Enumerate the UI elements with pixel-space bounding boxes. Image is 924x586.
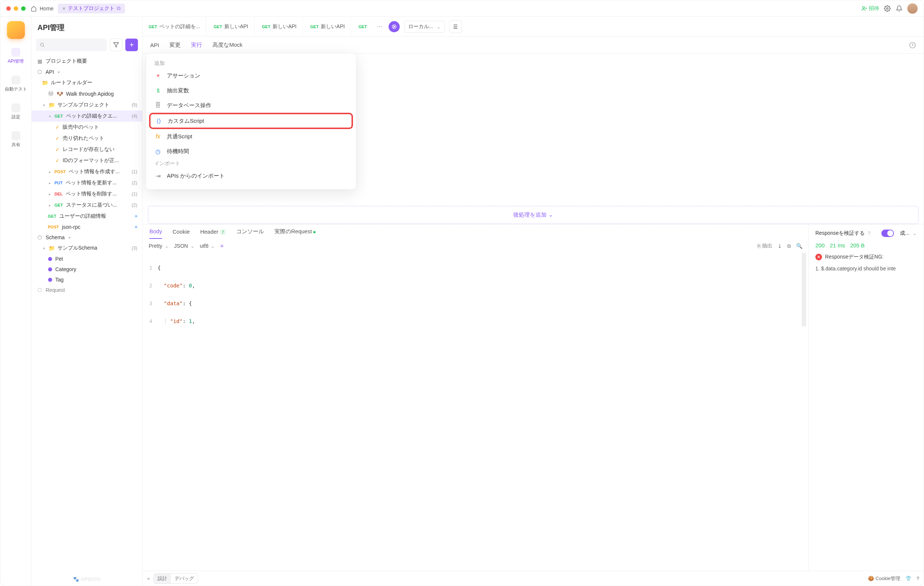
- schema-tag[interactable]: ⬣Tag: [31, 274, 142, 285]
- api-get-user[interactable]: GETユーザーの詳細情報: [31, 211, 142, 222]
- history-icon[interactable]: [909, 41, 916, 49]
- folder-icon: 📁: [49, 245, 54, 251]
- rail-settings[interactable]: 設定: [0, 101, 31, 122]
- avatar[interactable]: [908, 3, 918, 14]
- copy-icon[interactable]: ⧉: [787, 243, 791, 249]
- wrap-icon[interactable]: ≡: [220, 243, 223, 249]
- save-icon[interactable]: ⤓: [777, 243, 782, 249]
- schema-pet[interactable]: ⬣Pet: [31, 254, 142, 264]
- mode-debug[interactable]: デバッグ: [171, 574, 198, 583]
- case-no-record[interactable]: ✓レコードが存在しない: [31, 144, 142, 155]
- run-button[interactable]: [389, 21, 400, 32]
- search-icon[interactable]: 🔍: [796, 243, 802, 249]
- window-controls: [6, 6, 26, 11]
- walk-through[interactable]: Ⓜ🐶Walk through Apidog: [31, 88, 142, 99]
- close-window[interactable]: [6, 6, 11, 11]
- item-wait[interactable]: ◷待機時間: [149, 144, 353, 159]
- filter-button[interactable]: [110, 39, 122, 51]
- mode-segment[interactable]: 設計 デバッグ: [153, 573, 198, 584]
- cube-icon: ⬣: [48, 266, 52, 272]
- subtab-run[interactable]: 実行: [191, 38, 202, 52]
- tab-5[interactable]: GET: [353, 17, 373, 36]
- rail-autotest[interactable]: 自動テスト: [0, 73, 31, 94]
- schema-root[interactable]: ⬡Schema▾: [31, 232, 142, 243]
- help-icon[interactable]: ?: [868, 230, 871, 236]
- resptab-actual[interactable]: 実際のRequest: [274, 228, 315, 239]
- hamburger-button[interactable]: ☰: [449, 20, 462, 33]
- close-tab-icon[interactable]: ×: [62, 5, 65, 12]
- sample-project-folder[interactable]: ▾📁サンプルプロジェクト(5): [31, 99, 142, 111]
- home-button[interactable]: Home: [30, 5, 53, 12]
- resptab-cookie[interactable]: Cookie: [172, 228, 190, 238]
- error-title: Responseデータ検証NG:: [825, 254, 884, 260]
- minimize-window[interactable]: [14, 6, 18, 11]
- clock-icon: ◷: [154, 148, 162, 155]
- project-overview[interactable]: ▦プロジェクト概要: [31, 56, 142, 67]
- api-get-pet[interactable]: ▾GETペットの詳細をクエ...(4): [31, 111, 142, 122]
- response-time: 21 ms: [830, 242, 845, 249]
- sample-schema[interactable]: ▾📁サンプルSchema(3): [31, 243, 142, 254]
- request-root[interactable]: ⎔Request: [31, 285, 142, 295]
- chevron-down-icon: ▾: [42, 246, 46, 250]
- api-get-status[interactable]: ▸GETステータスに基づい...(2): [31, 200, 142, 211]
- rail-api[interactable]: API管理: [0, 46, 31, 67]
- maximize-window[interactable]: [21, 6, 26, 11]
- sub-tabs: API 変更 実行 高度なMock: [143, 37, 924, 54]
- help-icon[interactable]: ?: [917, 576, 919, 581]
- collapse-icon[interactable]: «: [147, 576, 150, 581]
- tab-4[interactable]: GET新しいAPI: [304, 17, 351, 36]
- search-input[interactable]: [36, 39, 107, 51]
- item-common-script[interactable]: fx共通Script: [149, 129, 353, 144]
- environment-select[interactable]: ローカル...⌄: [404, 21, 445, 33]
- status-code: 200: [815, 242, 825, 249]
- resptab-console[interactable]: コンソール: [236, 228, 264, 239]
- mode-design[interactable]: 設計: [154, 574, 171, 583]
- subtab-mock[interactable]: 高度なMock: [213, 38, 243, 52]
- item-assertion[interactable]: ⌖アサーション: [149, 68, 353, 83]
- app-logo[interactable]: [7, 21, 25, 39]
- item-extract[interactable]: ⥮抽出変数: [149, 83, 353, 98]
- add-button[interactable]: +: [125, 39, 138, 51]
- validate-toggle[interactable]: [881, 229, 894, 237]
- item-custom-script[interactable]: ⟨⟩カスタムScript: [149, 113, 353, 129]
- view-mode-select[interactable]: Pretty ⌄: [148, 243, 169, 249]
- response-body[interactable]: 1{ 2 "code": 0, 3 "data": { 4 │ "id": 1,: [143, 253, 808, 345]
- encoding-select[interactable]: utf8 ⌄: [200, 243, 215, 249]
- item-import-from-api[interactable]: ⇥APIs からのインポート: [149, 168, 353, 183]
- item-database[interactable]: 🗄データベース操作: [149, 98, 353, 113]
- resptab-header[interactable]: Header7: [200, 228, 226, 238]
- gear-icon[interactable]: [884, 5, 891, 12]
- extract-button[interactable]: ⎘抽出: [757, 243, 772, 249]
- api-del-pet[interactable]: ▸DELペット情報を削除す...(1): [31, 188, 142, 200]
- api-post-jsonrpc[interactable]: POSTjson-rpc: [31, 222, 142, 232]
- response-stats: 200 21 ms 205 B: [815, 242, 917, 249]
- format-select[interactable]: JSON ⌄: [174, 243, 195, 249]
- api-put-pet[interactable]: ▸PUTペット情報を更新す...(2): [31, 177, 142, 188]
- share-icon: [12, 131, 20, 140]
- minimap[interactable]: [802, 253, 806, 326]
- case-id-format[interactable]: ✓IDのフォーマットが正...: [31, 155, 142, 166]
- tab-2[interactable]: GET新しいAPI: [208, 17, 254, 36]
- status-label[interactable]: 成...: [900, 230, 909, 237]
- rail-share[interactable]: 共有: [0, 129, 31, 150]
- case-sold-out[interactable]: ✓売り切れたペット: [31, 133, 142, 144]
- bell-icon[interactable]: [896, 5, 903, 12]
- tab-3[interactable]: GET新しいAPI: [256, 17, 303, 36]
- subtab-change[interactable]: 変更: [170, 38, 181, 52]
- cookie-manage[interactable]: 🍪Cookie管理: [868, 575, 900, 582]
- api-root[interactable]: ⎔API▾: [31, 67, 142, 77]
- project-tab[interactable]: × テストプロジェクト ⧉: [58, 4, 125, 13]
- tab-1[interactable]: GETペットの詳細を...: [143, 17, 206, 36]
- user-plus-icon: [861, 5, 867, 12]
- tabs-more[interactable]: ⋯: [375, 24, 385, 30]
- api-post-pet[interactable]: ▸POSTペット情報を作成す...(1): [31, 166, 142, 177]
- resptab-body[interactable]: Body: [149, 228, 162, 239]
- add-post-processor[interactable]: 後処理を追加 ⌄: [148, 206, 919, 224]
- subtab-api[interactable]: API: [150, 38, 159, 52]
- tshirt-icon[interactable]: 👕: [906, 576, 911, 581]
- root-folder[interactable]: 📁ルートフォルダー: [31, 77, 142, 88]
- invite-button[interactable]: 招待: [861, 5, 879, 12]
- validate-label: Responseを検証する: [815, 230, 865, 237]
- schema-category[interactable]: ⬣Category: [31, 264, 142, 274]
- case-on-sale[interactable]: ✓販売中のペット: [31, 122, 142, 133]
